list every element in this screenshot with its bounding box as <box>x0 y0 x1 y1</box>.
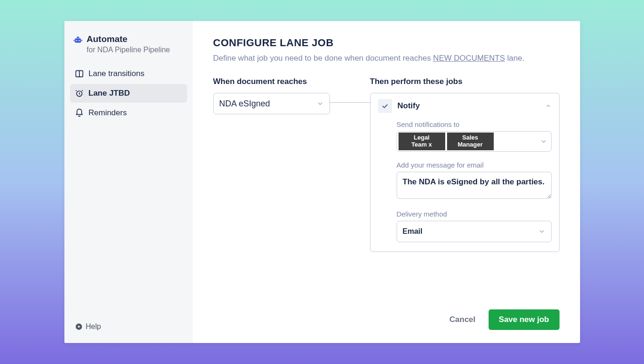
columns-icon <box>75 69 84 78</box>
connector <box>330 77 370 103</box>
robot-icon <box>73 35 83 45</box>
config-row: When document reaches NDA eSIgned Then p… <box>213 77 560 252</box>
recipients-field: Send notifications to Legal Team x Sales… <box>397 120 552 152</box>
when-lane-select[interactable]: NDA eSIgned <box>213 93 330 114</box>
svg-rect-1 <box>77 37 79 38</box>
then-label: Then perform these jobs <box>370 77 560 86</box>
sidebar-subtitle: for NDA Pipeline Pipeline <box>87 46 170 54</box>
sidebar-item-label: Lane transitions <box>89 69 145 78</box>
help-label: Help <box>86 322 101 331</box>
page-title: CONFIGURE LANE JOB <box>213 37 560 49</box>
sidebar-item-reminders[interactable]: Reminders <box>70 104 187 122</box>
lane-name-link[interactable]: NEW DOCUMENTS <box>433 54 505 63</box>
save-button[interactable]: Save new job <box>489 309 560 330</box>
chevron-down-icon <box>316 100 324 107</box>
chevron-down-icon <box>538 228 546 235</box>
sidebar-item-label: Lane JTBD <box>89 89 130 98</box>
footer: Cancel Save new job <box>213 298 560 330</box>
page-description: Define what job you need to be done when… <box>213 54 560 63</box>
help-link[interactable]: Help <box>70 320 187 334</box>
check-icon <box>378 99 392 113</box>
alarm-icon <box>75 89 84 98</box>
svg-point-3 <box>78 40 79 41</box>
recipients-label: Send notifications to <box>397 120 552 128</box>
desc-suffix: lane. <box>505 54 525 63</box>
play-circle-icon <box>75 322 83 331</box>
delivery-field: Delivery method Email <box>397 210 552 242</box>
then-column: Then perform these jobs Notify Send <box>370 77 560 252</box>
main-content: CONFIGURE LANE JOB Define what job you n… <box>193 21 580 343</box>
message-label: Add your message for email <box>397 161 552 169</box>
message-field: Add your message for email <box>397 161 552 201</box>
delivery-select[interactable]: Email <box>397 221 552 242</box>
recipient-chip[interactable]: Sales Manager <box>447 133 494 150</box>
sidebar: Automate for NDA Pipeline Pipeline Lane … <box>64 21 193 343</box>
chevron-down-icon <box>540 138 547 145</box>
connector-line <box>330 102 370 103</box>
recipients-select[interactable]: Legal Team x Sales Manager <box>397 131 552 152</box>
job-body: Send notifications to Legal Team x Sales… <box>378 120 552 242</box>
desc-prefix: Define what job you need to be done when… <box>213 54 434 63</box>
cancel-button[interactable]: Cancel <box>449 315 476 324</box>
bell-icon <box>75 108 84 118</box>
chevron-up-icon <box>545 103 552 109</box>
svg-rect-5 <box>81 40 82 42</box>
delivery-value: Email <box>403 227 423 236</box>
sidebar-header: Automate for NDA Pipeline Pipeline <box>70 34 187 63</box>
app-window: Automate for NDA Pipeline Pipeline Lane … <box>64 21 580 343</box>
recipient-chip[interactable]: Legal Team x <box>399 133 445 150</box>
when-label: When document reaches <box>213 77 330 86</box>
message-textarea[interactable] <box>397 172 552 199</box>
sidebar-nav: Lane transitions Lane JTBD Reminders <box>70 64 187 122</box>
sidebar-item-lane-jtbd[interactable]: Lane JTBD <box>70 84 187 103</box>
job-panel: Notify Send notifications to Legal Team … <box>370 93 560 252</box>
sidebar-item-lane-transitions[interactable]: Lane transitions <box>70 64 187 83</box>
svg-point-2 <box>76 40 77 41</box>
job-title: Notify <box>398 101 539 111</box>
when-column: When document reaches NDA eSIgned <box>213 77 330 114</box>
when-lane-value: NDA eSIgned <box>219 99 270 109</box>
delivery-label: Delivery method <box>397 210 552 218</box>
sidebar-item-label: Reminders <box>89 108 127 118</box>
sidebar-title: Automate <box>87 34 170 45</box>
svg-rect-4 <box>73 40 74 42</box>
svg-rect-0 <box>75 38 81 42</box>
job-header[interactable]: Notify <box>378 99 552 113</box>
